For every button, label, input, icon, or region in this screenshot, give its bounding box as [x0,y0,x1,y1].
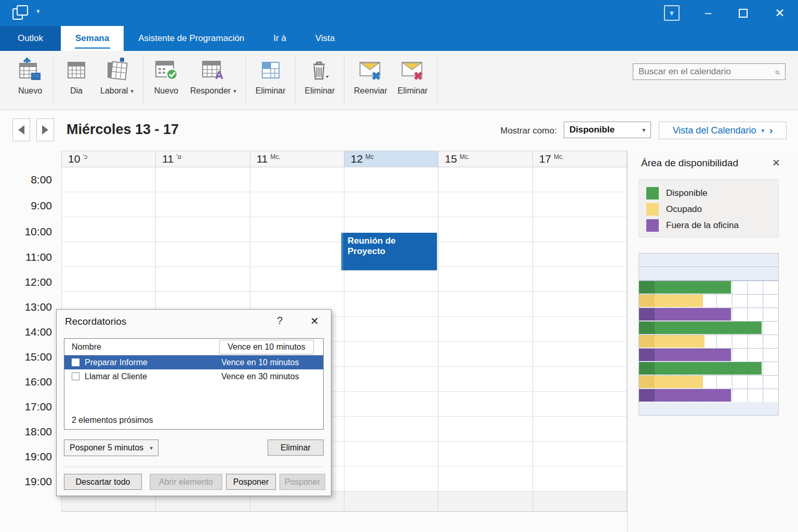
day-header-today[interactable]: 12 Mc [344,151,438,167]
day-header[interactable]: 15 Mc. [438,151,533,167]
respond-button[interactable]: A Responder▾ [185,55,242,98]
out-of-office-bar [639,389,731,402]
reminder-row-llamar-al-cliente[interactable]: Llamar al Cliente Vence en 30 minutos [64,369,323,383]
forward-arrow-icon [42,125,48,135]
time-label: 13:00 [5,301,52,313]
reminders-dialog: Recordatorios ? ✕ Nombre Vence en 10 min… [56,309,331,496]
delete-mail-button[interactable]: Eliminar [392,55,433,98]
delete-grid-button[interactable]: Eliminar [250,55,291,98]
chart-empty-row [639,267,778,281]
due-column-header[interactable]: Vence en 10 minutos [219,340,314,354]
dialog-separator [64,467,324,467]
day-header[interactable]: 11 ʻα· [156,151,250,167]
time-label: 15:00 [5,351,52,363]
close-button[interactable]: ✕ [772,5,788,21]
envelope-forward-icon [357,57,384,84]
quick-access-caret-icon[interactable]: ▾ [36,7,40,15]
day-calendar-icon [63,57,90,84]
snooze-button[interactable]: Posponer [226,474,276,490]
day-header[interactable]: 11 Mc. [250,151,344,167]
out-of-office-bar [639,349,731,361]
legend-item: Ocupado [646,201,778,217]
panel-close-icon[interactable]: ✕ [772,157,780,169]
ribbon-tab-bar: Outlok Semana Asistente de Programación … [0,26,798,51]
chart-empty-row [639,254,778,267]
delete-trash-button[interactable]: Eliminar [300,55,340,98]
event-reunion-de-proyecto[interactable]: Reunión de Proyecto [341,233,437,270]
search-input[interactable] [639,66,775,77]
app-window-icon [12,5,28,21]
snooze-duration-dropdown[interactable]: Posponer 5 minutos ▾ [64,440,158,456]
next-week-button[interactable] [36,118,54,141]
maximize-button[interactable] [735,5,751,21]
back-arrow-icon [18,125,24,135]
day-column-today[interactable] [344,167,438,491]
dismiss-button[interactable]: Eliminar [268,440,324,456]
tab-ir-a[interactable]: Ir à [259,26,301,51]
meeting-check-calendar-icon [153,57,180,84]
dropdown-caret-icon: ▾ [130,88,134,95]
available-bar [639,362,762,375]
work-week-calendar-icon [103,57,130,84]
available-swatch [646,187,659,200]
minimize-button[interactable]: – [700,5,716,21]
time-label: 19:00 [5,475,52,488]
busy-bar [639,295,703,307]
tab-vista[interactable]: Vista [301,26,350,51]
dialog-title: Recordatorios [65,316,126,327]
trash-icon [306,57,333,84]
ribbon: Nuevo Dia [0,51,798,110]
checkbox-icon[interactable] [72,358,79,366]
time-label: 9:00 [5,200,52,212]
calendar-view-button[interactable]: Vista del Calendario ▾ › [659,122,787,139]
date-range-title: Miércoles 13 - 17 [66,122,179,138]
reminders-list: Nombre Vence en 10 minutos Preparar Info… [64,338,324,430]
day-view-button[interactable]: Dia [58,55,95,98]
legend-item: Disponible [646,185,778,201]
time-label: 8:00 [5,174,52,186]
time-label: 16:00 [5,376,52,388]
day-header[interactable]: 10 ʻɔ [61,151,156,167]
reminder-row-preparar-informe[interactable]: Preparar Informe Vence en 10 minutos [64,355,323,369]
new-meeting-button[interactable]: Nuevo [148,55,185,98]
ribbon-display-options-icon[interactable]: ▼ [664,5,680,21]
dismiss-all-button[interactable]: Descartar todo [64,474,142,490]
dialog-close-icon[interactable]: ✕ [310,315,319,327]
day-column[interactable] [438,167,533,491]
open-item-button[interactable]: Abrir elemento [150,474,222,490]
list-header-row: Nombre Vence en 10 minutos [64,339,323,355]
tab-file[interactable]: Outlok [0,26,61,51]
tab-semana[interactable]: Semana [61,26,124,51]
available-bar [639,322,762,334]
calendar-search-box[interactable]: ⌕ [633,63,786,80]
out-of-office-swatch [646,219,659,232]
time-label: 14:00 [5,326,52,338]
new-appointment-button[interactable]: Nuevo [11,55,49,98]
tab-asistente[interactable]: Asistente de Programación [124,26,259,51]
chart-empty-row [639,402,778,416]
availability-chart [639,253,779,415]
show-as-dropdown[interactable]: Disponible ▾ [564,122,651,138]
day-header[interactable]: 17 Mc. [533,151,627,167]
available-bar [639,281,731,294]
dropdown-caret-icon: ▾ [150,445,153,451]
new-calendar-icon [17,57,44,84]
show-as-label: Mostrar como: [500,126,557,136]
previous-week-button[interactable] [12,118,30,141]
help-icon[interactable]: ? [277,315,283,327]
dropdown-caret-icon: ▾ [761,127,764,134]
forward-button[interactable]: Reenviar [349,55,392,98]
search-icon: ⌕ [775,66,780,77]
day-column[interactable] [533,167,627,491]
busy-bar [639,376,703,388]
work-week-view-button[interactable]: Laboral▾ [95,55,139,98]
availability-panel: Área de disponibilidad ✕ Disponible Ocup… [627,151,798,532]
name-column-header[interactable]: Nombre [72,342,101,352]
time-label: 18:00 [5,425,52,438]
checkbox-icon[interactable] [72,373,79,380]
availability-title: Área de disponibilidad [641,157,738,169]
time-label: 11:00 [5,251,52,263]
snooze-button-disabled[interactable]: Posponer [280,474,325,490]
time-label: 12:00 [5,276,52,288]
time-label: 17:00 [5,401,52,413]
